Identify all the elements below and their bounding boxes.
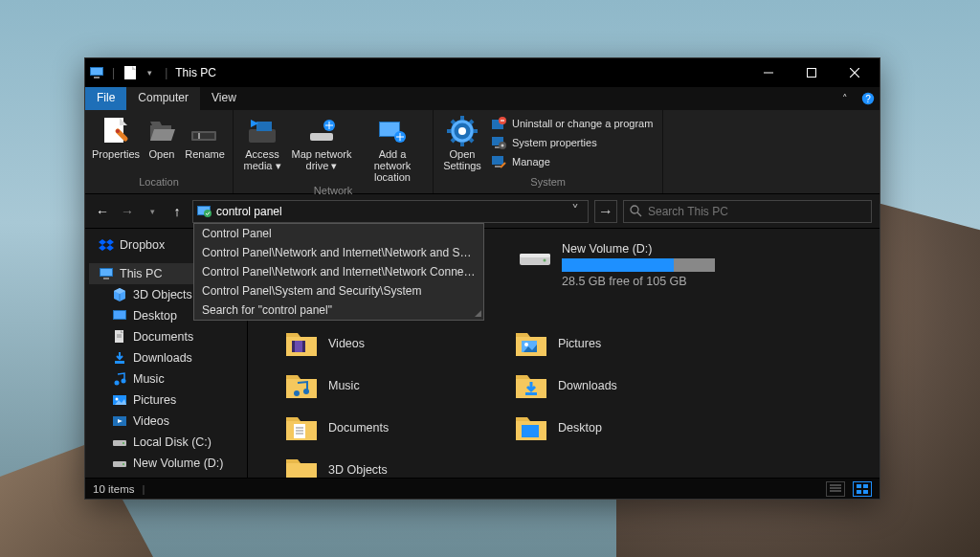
svg-rect-90 bbox=[286, 463, 317, 478]
svg-point-70 bbox=[544, 259, 546, 262]
svg-point-77 bbox=[524, 343, 528, 346]
properties-button[interactable]: Properties bbox=[91, 114, 141, 162]
sidebar-item-music[interactable]: Music bbox=[89, 368, 247, 390]
videos-icon bbox=[112, 413, 127, 429]
address-field[interactable]: ˅ Control Panel Control Panel\Network an… bbox=[192, 200, 589, 223]
tab-file[interactable]: File bbox=[85, 87, 126, 110]
view-details-button[interactable] bbox=[826, 481, 845, 497]
ribbon-group-location: Properties Open Rename Location bbox=[85, 110, 234, 193]
cube-icon bbox=[112, 287, 127, 302]
nav-forward-button[interactable]: → bbox=[118, 202, 137, 221]
svg-rect-16 bbox=[249, 129, 276, 143]
desktop-icon bbox=[112, 308, 127, 323]
folder-3d-objects[interactable]: 3D Objects bbox=[284, 449, 476, 478]
svg-point-63 bbox=[122, 463, 124, 465]
svg-rect-96 bbox=[857, 490, 861, 494]
map-network-drive-button[interactable]: Map network drive ▾ bbox=[287, 114, 356, 173]
drive-d[interactable]: New Volume (D:) 28.5 GB free of 105 GB bbox=[518, 242, 767, 288]
window-title: This PC bbox=[175, 66, 216, 79]
folder-icon bbox=[284, 413, 319, 442]
sidebar-item-videos[interactable]: Videos bbox=[89, 411, 247, 432]
sidebar-item-screenshots[interactable]: Screenshots (\\MACBOOKA… bbox=[89, 474, 247, 478]
resize-grip-icon[interactable]: ◢ bbox=[475, 308, 481, 318]
search-input[interactable] bbox=[648, 205, 865, 218]
open-button[interactable]: Open bbox=[143, 114, 181, 162]
svg-rect-97 bbox=[863, 490, 868, 494]
uninstall-program-button[interactable]: Uninstall or change a program bbox=[487, 114, 657, 133]
sidebar-item-local-disk[interactable]: Local Disk (C:) bbox=[89, 432, 247, 453]
go-button[interactable]: → bbox=[594, 200, 617, 223]
svg-rect-69 bbox=[520, 254, 550, 257]
svg-rect-40 bbox=[495, 166, 501, 167]
folder-icon bbox=[514, 329, 548, 358]
drive-icon bbox=[112, 456, 127, 471]
manage-button[interactable]: Manage bbox=[487, 152, 657, 171]
open-settings-button[interactable]: Open Settings bbox=[439, 114, 485, 173]
suggestion-item[interactable]: Control Panel\System and Security\System bbox=[194, 281, 483, 301]
search-field[interactable] bbox=[623, 200, 872, 223]
svg-rect-89 bbox=[522, 425, 539, 437]
pictures-icon bbox=[112, 392, 127, 408]
address-dropdown-button[interactable]: ˅ bbox=[567, 202, 584, 220]
folder-music[interactable]: Music bbox=[284, 365, 476, 407]
folder-desktop[interactable]: Desktop bbox=[514, 407, 705, 449]
qat-dropdown-icon[interactable]: ▾ bbox=[142, 65, 157, 80]
rename-button[interactable]: Rename bbox=[183, 114, 227, 162]
maximize-button[interactable] bbox=[790, 58, 833, 87]
help-icon[interactable]: ? bbox=[857, 87, 880, 110]
downloads-icon bbox=[112, 350, 127, 366]
file-explorer-window: | ▾ | This PC File Computer View ˄ ? bbox=[84, 57, 880, 500]
sidebar-item-new-volume[interactable]: New Volume (D:) bbox=[89, 453, 247, 474]
folder-icon bbox=[284, 456, 319, 478]
folder-icon bbox=[284, 371, 319, 400]
svg-rect-50 bbox=[114, 311, 125, 319]
svg-point-43 bbox=[204, 210, 212, 217]
tab-computer[interactable]: Computer bbox=[126, 87, 200, 110]
minimize-button[interactable] bbox=[746, 58, 790, 87]
this-pc-icon bbox=[89, 65, 104, 80]
suggestion-item[interactable]: Control Panel bbox=[194, 224, 483, 243]
tab-view[interactable]: View bbox=[200, 87, 248, 110]
svg-rect-54 bbox=[115, 361, 124, 364]
svg-point-31 bbox=[458, 127, 466, 135]
access-media-button[interactable]: Access media ▾ bbox=[239, 114, 285, 173]
svg-rect-94 bbox=[857, 484, 861, 488]
nav-back-button[interactable]: ← bbox=[93, 202, 112, 221]
collapse-ribbon-button[interactable]: ˄ bbox=[834, 87, 857, 110]
svg-point-61 bbox=[122, 442, 124, 444]
new-file-icon[interactable] bbox=[122, 65, 138, 80]
sidebar-item-documents[interactable]: Documents bbox=[89, 326, 247, 347]
folder-pictures[interactable]: Pictures bbox=[514, 323, 705, 365]
nav-up-button[interactable]: ↑ bbox=[167, 202, 187, 221]
documents-icon bbox=[112, 329, 127, 345]
nav-history-button[interactable]: ▾ bbox=[143, 202, 162, 221]
sidebar-item-downloads[interactable]: Downloads bbox=[89, 347, 247, 368]
address-input[interactable] bbox=[216, 205, 567, 218]
item-count: 10 items bbox=[93, 483, 134, 495]
svg-rect-3 bbox=[124, 66, 136, 79]
svg-line-45 bbox=[637, 212, 641, 216]
control-panel-icon bbox=[197, 204, 212, 219]
svg-rect-74 bbox=[302, 341, 305, 352]
svg-point-56 bbox=[122, 379, 126, 384]
add-network-location-button[interactable]: Add a network location bbox=[358, 114, 427, 185]
folder-documents[interactable]: Documents bbox=[284, 407, 476, 449]
svg-point-79 bbox=[294, 390, 300, 396]
suggestion-item[interactable]: Search for "control panel" bbox=[194, 301, 483, 320]
suggestion-item[interactable]: Control Panel\Network and Internet\Netwo… bbox=[194, 243, 483, 262]
close-button[interactable] bbox=[833, 58, 876, 87]
svg-point-58 bbox=[116, 398, 119, 401]
address-bar: ← → ▾ ↑ ˅ Control Panel Control Panel\Ne… bbox=[85, 194, 880, 229]
folder-icon bbox=[284, 329, 319, 358]
sidebar-item-pictures[interactable]: Pictures bbox=[89, 390, 247, 411]
ribbon: Properties Open Rename Location Access m… bbox=[85, 110, 880, 194]
folder-downloads[interactable]: Downloads bbox=[514, 365, 705, 407]
drive-icon bbox=[112, 434, 127, 450]
svg-rect-47 bbox=[100, 269, 112, 276]
view-tiles-button[interactable] bbox=[853, 481, 872, 497]
ribbon-group-system: Open Settings Uninstall or change a prog… bbox=[434, 110, 663, 193]
suggestion-item[interactable]: Control Panel\Network and Internet\Netwo… bbox=[194, 262, 483, 281]
ribbon-tabs: File Computer View ˄ ? bbox=[85, 87, 880, 110]
system-properties-button[interactable]: System properties bbox=[487, 133, 657, 152]
folder-videos[interactable]: Videos bbox=[284, 323, 476, 365]
